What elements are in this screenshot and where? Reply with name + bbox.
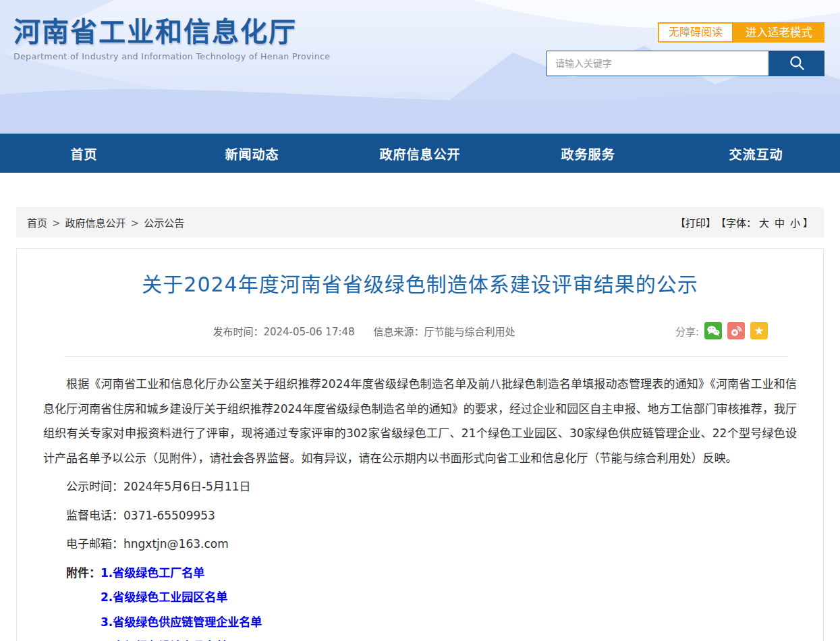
attachment-link-green-factories[interactable]: 1.省级绿色工厂名单 [101,561,262,586]
page-controls: 【打印】 【字体： 大 中 小 】 [675,215,813,229]
qzone-share-icon[interactable]: ★ [750,322,768,339]
site-title-english: Department of Industry and Information T… [13,51,330,61]
nav-item-gov-info[interactable]: 政府信息公开 [336,134,504,173]
search-button[interactable] [768,51,824,76]
publish-time: 发布时间：2024-05-06 17:48 [213,324,354,338]
publicity-period: 公示时间：2024年5月6日-5月11日 [43,474,797,499]
info-source: 信息来源：厅节能与综合利用处 [374,324,515,338]
breadcrumb-notices[interactable]: 公示公告 [144,217,184,229]
wechat-share-icon[interactable] [704,322,722,339]
site-logo[interactable]: 河南省工业和信息化厅 Department of Industry and In… [13,16,330,61]
site-title: 河南省工业和信息化厅 [13,16,330,47]
attachment-link-green-design[interactable]: 4.省级绿色设计产品名单 [101,634,262,641]
breadcrumb-gov-info[interactable]: 政府信息公开 [65,217,126,229]
nav-item-home[interactable]: 首页 [0,134,168,173]
article-meta: 发布时间：2024-05-06 17:48 信息来源：厅节能与综合利用处 分享: [17,321,823,340]
share-label: 分享: [675,324,699,338]
font-size-medium[interactable]: 中 [775,215,785,229]
search-bar [547,51,824,76]
breadcrumb-home[interactable]: 首页 [27,217,47,229]
accessibility-reading-button[interactable]: 无障碍阅读 [658,22,733,43]
search-input[interactable] [547,51,768,76]
print-button[interactable]: 【打印】 [675,215,716,229]
share-box: 分享: [675,321,768,340]
breadcrumb-separator: > [52,217,61,229]
elder-mode-button[interactable]: 进入适老模式 [733,22,824,43]
article-paragraph: 根据《河南省工业和信息化厅办公室关于组织推荐2024年度省级绿色制造名单及前八批… [43,372,797,470]
attachments-label: 附件： [66,561,101,641]
weibo-share-icon[interactable] [727,322,745,339]
nav-item-services[interactable]: 政务服务 [504,134,672,173]
font-size-label: 【字体： [716,215,756,229]
search-icon [788,54,806,74]
font-size-small[interactable]: 小 [790,215,800,229]
font-size-label-close: 】 [803,215,813,229]
breadcrumb-bar: 首页>政府信息公开>公示公告 【打印】 【字体： 大 中 小 】 [16,207,824,238]
article-container: 关于2024年度河南省省级绿色制造体系建设评审结果的公示 发布时间：2024-0… [16,248,824,641]
attachment-links: 1.省级绿色工厂名单 2.省级绿色工业园区名单 3.省级绿色供应链管理企业名单 … [101,561,262,641]
main-navigation: 首页 新闻动态 政府信息公开 政务服务 交流互动 [0,134,840,173]
article-title: 关于2024年度河南省省级绿色制造体系建设评审结果的公示 [17,269,823,300]
supervision-phone: 监督电话：0371-65509953 [43,503,797,528]
nav-item-interaction[interactable]: 交流互动 [672,134,840,173]
font-size-large[interactable]: 大 [759,215,769,229]
nav-item-news[interactable]: 新闻动态 [168,134,336,173]
site-header: 河南省工业和信息化厅 Department of Industry and In… [0,0,840,134]
attachments-section: 附件： 1.省级绿色工厂名单 2.省级绿色工业园区名单 3.省级绿色供应链管理企… [43,561,797,641]
breadcrumb: 首页>政府信息公开>公示公告 [27,215,184,229]
attachment-link-industrial-parks[interactable]: 2.省级绿色工业园区名单 [101,585,262,610]
breadcrumb-separator: > [131,217,140,229]
contact-email: 电子邮箱：hngxtjn@163.com [43,532,797,557]
attachment-link-supply-chain[interactable]: 3.省级绿色供应链管理企业名单 [101,610,262,635]
header-tools: 无障碍阅读 进入适老模式 [658,22,824,43]
article-body: 根据《河南省工业和信息化厅办公室关于组织推荐2024年度省级绿色制造名单及前八批… [17,357,823,641]
